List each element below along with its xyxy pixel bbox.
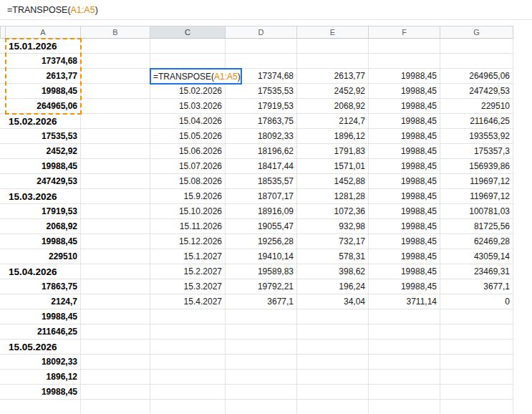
cell-G12[interactable]: 100781,03 — [440, 204, 513, 219]
cell-B2[interactable] — [81, 54, 150, 69]
cell-E10[interactable]: 1452,88 — [297, 174, 369, 189]
cell-F7[interactable]: 19988,45 — [369, 129, 440, 144]
cell-G14[interactable]: 62469,28 — [440, 234, 513, 249]
column-header-F[interactable]: F — [369, 26, 440, 39]
cell-F22[interactable] — [369, 355, 440, 370]
cell-F5[interactable]: 19988,45 — [369, 99, 440, 114]
cell-E13[interactable]: 932,98 — [297, 219, 369, 234]
cell-C12[interactable]: 15.10.2026 — [150, 204, 226, 219]
cell-G2[interactable] — [440, 54, 513, 69]
cell-B12[interactable] — [81, 204, 150, 219]
cell-F10[interactable]: 19988,45 — [369, 174, 440, 189]
cell-C14[interactable]: 15.12.2026 — [150, 234, 226, 249]
cell-F19[interactable] — [369, 309, 440, 324]
cell-D5[interactable]: 17919,53 — [226, 99, 297, 114]
cell-G22[interactable] — [440, 355, 513, 370]
cell-A2[interactable]: 17374,68 — [6, 54, 81, 69]
cell-G7[interactable]: 193553,92 — [440, 129, 513, 144]
cell-A15[interactable]: 229510 — [6, 249, 81, 264]
cell-F8[interactable]: 19988,45 — [369, 144, 440, 159]
cell-B13[interactable] — [81, 219, 150, 234]
cell-E21[interactable] — [297, 340, 369, 355]
cell-A11[interactable]: 15.03.2026 — [6, 189, 81, 204]
cell-C7[interactable]: 15.05.2026 — [150, 129, 226, 144]
cell-E12[interactable]: 1072,36 — [297, 204, 369, 219]
cell-C13[interactable]: 15.11.2026 — [150, 219, 226, 234]
formula-bar[interactable]: =TRANSPOSE(A1:A5) — [0, 0, 532, 20]
cell-A20[interactable]: 211646,25 — [6, 324, 81, 340]
cell-E6[interactable]: 2124,7 — [297, 114, 369, 129]
cell-C17[interactable]: 15.3.2027 — [150, 279, 226, 294]
column-header-B[interactable]: B — [81, 26, 150, 39]
cell-F17[interactable]: 19988,45 — [369, 279, 440, 294]
cell-C9[interactable]: 15.07.2026 — [150, 159, 226, 174]
cell-A1[interactable]: 15.01.2026 — [6, 39, 81, 54]
cell-C23[interactable] — [150, 370, 226, 385]
cell-C16[interactable]: 15.2.2027 — [150, 264, 226, 279]
cell-D6[interactable]: 17863,75 — [226, 114, 297, 129]
cell-A14[interactable]: 19988,45 — [6, 234, 81, 249]
cell-B17[interactable] — [81, 279, 150, 294]
cell-E11[interactable]: 1281,28 — [297, 189, 369, 204]
cell-A6[interactable]: 15.02.2026 — [6, 114, 81, 129]
active-cell-C3[interactable]: =TRANSPOSE(A1:A5) — [150, 68, 242, 85]
cell-B6[interactable] — [81, 114, 150, 129]
cell-G4[interactable]: 247429,53 — [440, 84, 513, 99]
cell-B24[interactable] — [81, 385, 150, 400]
cell-D23[interactable] — [226, 370, 297, 385]
cell-F23[interactable] — [369, 370, 440, 385]
cell-E7[interactable]: 1896,12 — [297, 129, 369, 144]
cell-F1[interactable] — [369, 39, 440, 54]
cell-E17[interactable]: 196,24 — [297, 279, 369, 294]
cell-D17[interactable]: 19792,21 — [226, 279, 297, 294]
cell-G1[interactable] — [440, 39, 513, 54]
cell-C4[interactable]: 15.02.2026 — [150, 84, 226, 99]
cell-E3[interactable]: 2613,77 — [297, 69, 369, 84]
cell-B21[interactable] — [81, 340, 150, 355]
cell-F12[interactable]: 19988,45 — [369, 204, 440, 219]
cell-F11[interactable]: 19988,45 — [369, 189, 440, 204]
cell-B25[interactable] — [81, 400, 150, 414]
column-header-A[interactable]: A — [6, 26, 81, 39]
cell-B1[interactable] — [81, 39, 150, 54]
cell-E18[interactable]: 34,04 — [297, 294, 369, 309]
cell-B14[interactable] — [81, 234, 150, 249]
cell-D16[interactable]: 19589,83 — [226, 264, 297, 279]
cell-F9[interactable]: 19988,45 — [369, 159, 440, 174]
cell-A5[interactable]: 264965,06 — [6, 99, 81, 114]
cell-D19[interactable] — [226, 309, 297, 324]
cell-A23[interactable]: 1896,12 — [6, 370, 81, 385]
column-header-E[interactable]: E — [297, 26, 369, 39]
cell-F3[interactable]: 19988,45 — [369, 69, 440, 84]
cell-A10[interactable]: 247429,53 — [6, 174, 81, 189]
cell-G10[interactable]: 119697,12 — [440, 174, 513, 189]
cell-A7[interactable]: 17535,53 — [6, 129, 81, 144]
cell-D2[interactable] — [226, 54, 297, 69]
cell-E5[interactable]: 2068,92 — [297, 99, 369, 114]
cell-C19[interactable] — [150, 309, 226, 324]
cell-D7[interactable]: 18092,33 — [226, 129, 297, 144]
cell-A8[interactable]: 2452,92 — [6, 144, 81, 159]
cell-D25[interactable] — [226, 400, 297, 414]
cell-A3[interactable]: 2613,77 — [6, 69, 81, 84]
cell-D14[interactable]: 19256,28 — [226, 234, 297, 249]
cell-D22[interactable] — [226, 355, 297, 370]
cell-C21[interactable] — [150, 340, 226, 355]
cell-C2[interactable] — [150, 54, 226, 69]
cell-G20[interactable] — [440, 324, 513, 340]
cell-D12[interactable]: 18916,09 — [226, 204, 297, 219]
cell-G19[interactable] — [440, 309, 513, 324]
cell-E9[interactable]: 1571,01 — [297, 159, 369, 174]
cell-D10[interactable]: 18535,57 — [226, 174, 297, 189]
cell-F25[interactable] — [369, 400, 440, 414]
cell-F21[interactable] — [369, 340, 440, 355]
cell-G5[interactable]: 229510 — [440, 99, 513, 114]
cell-D21[interactable] — [226, 340, 297, 355]
cell-G23[interactable] — [440, 370, 513, 385]
cell-B9[interactable] — [81, 159, 150, 174]
cell-D24[interactable] — [226, 385, 297, 400]
cell-F20[interactable] — [369, 324, 440, 340]
cell-B20[interactable] — [81, 324, 150, 340]
cell-D8[interactable]: 18196,62 — [226, 144, 297, 159]
cell-C5[interactable]: 15.03.2026 — [150, 99, 226, 114]
